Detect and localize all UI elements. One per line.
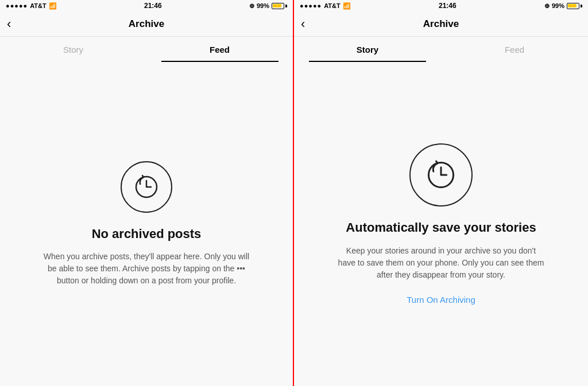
right-gps-icon: ⊕ <box>544 2 550 10</box>
left-tabs: Story Feed <box>0 37 293 62</box>
right-status-right: ⊕ 99% ⚡ <box>544 2 582 10</box>
right-nav-title: Archive <box>423 18 459 30</box>
left-time: 21:46 <box>144 2 162 10</box>
left-carrier: AT&T <box>30 2 47 9</box>
right-wifi-icon: 📶 <box>343 2 351 10</box>
right-battery-icon: ⚡ <box>567 3 582 9</box>
left-wifi-icon: 📶 <box>49 2 57 10</box>
left-nav-bar: ‹ Archive <box>0 11 293 37</box>
left-tab-feed[interactable]: Feed <box>146 37 293 62</box>
left-nav-title: Archive <box>129 18 164 30</box>
left-battery-icon: ⚡ <box>272 3 287 9</box>
right-content: Automatically save your stories Keep you… <box>294 62 588 386</box>
right-empty-title: Automatically save your stories <box>346 220 536 235</box>
right-panel: ●●●●● AT&T 📶 21:46 ⊕ 99% ⚡ ‹ Archive Sto… <box>294 0 588 386</box>
right-carrier: AT&T <box>324 2 341 9</box>
left-content: No archived posts When you archive posts… <box>0 62 293 386</box>
right-tab-feed[interactable]: Feed <box>441 37 588 62</box>
left-status-bar: ●●●●● AT&T 📶 21:46 ⊕ 99% ⚡ <box>0 0 293 11</box>
right-archive-icon <box>409 143 473 206</box>
right-back-button[interactable]: ‹ <box>301 17 305 32</box>
left-clock-svg <box>132 173 161 201</box>
right-nav-bar: ‹ Archive <box>294 11 588 37</box>
right-clock-svg <box>424 158 458 192</box>
right-tabs: Story Feed <box>294 37 588 62</box>
left-gps-icon: ⊕ <box>249 2 254 10</box>
left-archive-icon <box>121 161 172 213</box>
left-status-left: ●●●●● AT&T 📶 <box>6 2 57 10</box>
left-panel: ●●●●● AT&T 📶 21:46 ⊕ 99% ⚡ ‹ Archive Sto… <box>0 0 294 386</box>
right-status-left: ●●●●● AT&T 📶 <box>300 2 351 10</box>
left-tab-story[interactable]: Story <box>0 37 146 62</box>
left-status-right: ⊕ 99% ⚡ <box>249 2 287 10</box>
left-empty-desc: When you archive posts, they'll appear h… <box>43 251 250 287</box>
left-signal-dots: ●●●●● <box>6 2 28 9</box>
left-back-button[interactable]: ‹ <box>7 17 11 32</box>
right-turn-on-archiving-button[interactable]: Turn On Archiving <box>407 295 475 305</box>
right-tab-story[interactable]: Story <box>294 37 441 62</box>
right-battery-pct: 99% <box>552 2 564 9</box>
right-status-bar: ●●●●● AT&T 📶 21:46 ⊕ 99% ⚡ <box>294 0 588 11</box>
left-battery-pct: 99% <box>257 2 269 9</box>
right-signal-dots: ●●●●● <box>300 2 322 9</box>
left-empty-title: No archived posts <box>92 227 202 241</box>
right-empty-desc: Keep your stories around in your archive… <box>338 245 544 281</box>
right-time: 21:46 <box>439 2 457 10</box>
